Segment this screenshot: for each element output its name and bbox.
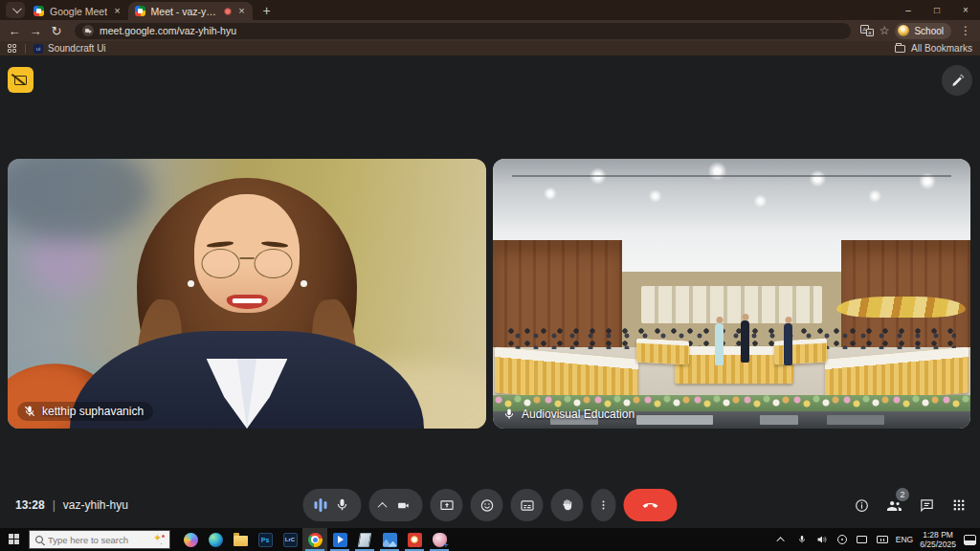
tray-volume-icon[interactable] (815, 533, 829, 546)
close-window-button[interactable]: × (951, 0, 980, 20)
video-tile-participant[interactable]: ketthip suphavanich (8, 159, 486, 429)
minimize-button[interactable]: – (894, 0, 923, 20)
participants-count-badge: 2 (896, 488, 909, 501)
microphone-button[interactable] (303, 489, 362, 521)
desktop-screen: Google Meet × Meet - vaz-yhih-hyu × + – … (0, 0, 980, 551)
tab-search-button[interactable] (6, 2, 25, 18)
captions-button[interactable] (511, 489, 544, 521)
meet-favicon-icon (135, 6, 145, 16)
bookmarks-bar: ui Soundcraft Ui All Bookmarks (0, 41, 980, 55)
back-button[interactable]: ← (6, 22, 23, 39)
start-button[interactable] (0, 528, 29, 551)
bookmark-star-icon[interactable]: ☆ (880, 24, 890, 37)
participants-button[interactable]: 2 (884, 496, 903, 515)
camera-icon (395, 497, 412, 514)
search-input[interactable] (48, 535, 147, 545)
folder-icon (895, 45, 905, 53)
chevron-up-icon (378, 501, 388, 511)
more-options-button[interactable] (591, 489, 616, 521)
activities-button[interactable] (949, 496, 969, 515)
tab-meet-active[interactable]: Meet - vaz-yhih-hyu × (128, 2, 253, 20)
participant-name: Audiovisual Education (522, 408, 635, 421)
tab-close-icon[interactable]: × (237, 6, 245, 16)
url-text: meet.google.com/vaz-yhih-hyu (100, 25, 236, 36)
raise-hand-button[interactable] (551, 489, 584, 521)
apps-grid-icon[interactable] (8, 44, 17, 54)
bookmark-soundcraft[interactable]: ui Soundcraft Ui (33, 43, 106, 54)
bookmark-label: Soundcraft Ui (48, 43, 106, 54)
edge-icon (209, 533, 223, 547)
taskbar-apps: Ps LrC (178, 528, 452, 551)
all-bookmarks-label: All Bookmarks (911, 43, 972, 54)
new-tab-button[interactable]: + (258, 2, 276, 19)
photos-icon (383, 533, 397, 547)
hang-up-icon (641, 496, 660, 515)
taskbar-movies-tv[interactable] (327, 528, 352, 551)
all-bookmarks-button[interactable]: All Bookmarks (895, 43, 972, 54)
windows-taskbar: Ps LrC ENG 1:28 PM 6/25/2025 (0, 528, 980, 551)
screen-off-icon (14, 76, 27, 85)
taskbar-photoshop[interactable]: Ps (253, 528, 278, 551)
search-icon (35, 536, 43, 543)
taskbar-shell-app[interactable] (427, 528, 452, 551)
tab-title: Google Meet (50, 6, 107, 17)
hidden-icons-chevron[interactable] (775, 533, 789, 546)
participant-name-label: Audiovisual Education (502, 408, 635, 421)
present-screen-button[interactable] (431, 489, 463, 521)
tray-mic-icon[interactable] (795, 533, 809, 546)
taskbar-lightroom[interactable]: LrC (278, 528, 302, 551)
meeting-details-button[interactable] (852, 496, 871, 515)
end-call-button[interactable] (624, 489, 678, 521)
camera-button[interactable] (369, 489, 423, 521)
taskbar-search[interactable] (29, 530, 170, 549)
profile-chip[interactable]: School (895, 23, 951, 39)
meeting-side-panel-buttons: 2 (852, 496, 969, 515)
taskbar-edge[interactable] (203, 528, 228, 551)
taskbar-red-media-app[interactable] (402, 528, 427, 551)
taskbar-glass-app[interactable] (352, 528, 377, 551)
chat-button[interactable] (917, 496, 936, 515)
site-info-icon[interactable] (82, 25, 94, 36)
tray-app-icon[interactable] (835, 533, 849, 546)
person-earring (301, 280, 307, 287)
restore-button[interactable]: □ (923, 0, 951, 20)
presentation-warning-indicator[interactable] (8, 67, 33, 93)
reload-button[interactable]: ↻ (48, 22, 65, 39)
person-glasses (202, 249, 293, 278)
translate-icon[interactable]: Aa (860, 25, 874, 36)
call-controls (303, 489, 678, 521)
taskbar-file-explorer[interactable] (228, 528, 253, 551)
forward-button[interactable]: → (27, 22, 44, 39)
tab-close-icon[interactable]: × (113, 6, 121, 16)
mic-icon (335, 497, 350, 513)
visual-effects-button[interactable] (942, 65, 972, 96)
language-indicator[interactable]: ENG (896, 535, 913, 544)
video-tile-hall[interactable]: Audiovisual Education (493, 159, 970, 429)
meeting-clock: 13:28 (15, 498, 45, 512)
taskbar-clock[interactable]: 1:28 PM 6/25/2025 (920, 530, 956, 549)
tray-keyboard-icon[interactable] (876, 533, 889, 546)
hall-windows (641, 286, 823, 323)
reactions-button[interactable] (471, 489, 503, 521)
meeting-code: vaz-yhih-hyu (63, 498, 128, 512)
toolbar-right: Aa ☆ School ⋮ (860, 23, 974, 39)
address-bar[interactable]: meet.google.com/vaz-yhih-hyu (75, 23, 851, 39)
hall-truss (512, 175, 951, 177)
action-center-icon[interactable] (963, 533, 976, 546)
window-controls: – □ × (894, 0, 980, 20)
browser-menu-icon[interactable]: ⋮ (957, 24, 974, 37)
tray-display-icon[interactable] (856, 533, 869, 546)
glass-app-icon (358, 533, 372, 547)
translate-letter-small: a (866, 29, 874, 36)
mic-off-icon (23, 405, 36, 418)
taskbar-copilot[interactable] (178, 528, 203, 551)
mic-icon (502, 408, 516, 421)
tab-google-meet[interactable]: Google Meet × (27, 2, 128, 20)
tab-title: Meet - vaz-yhih-hyu (151, 6, 219, 17)
standing-person (715, 323, 724, 365)
taskbar-photos[interactable] (377, 528, 402, 551)
stage-equipment (636, 415, 713, 425)
chat-icon (919, 497, 935, 514)
media-in-use-icon (224, 8, 232, 15)
taskbar-chrome[interactable] (302, 528, 327, 551)
